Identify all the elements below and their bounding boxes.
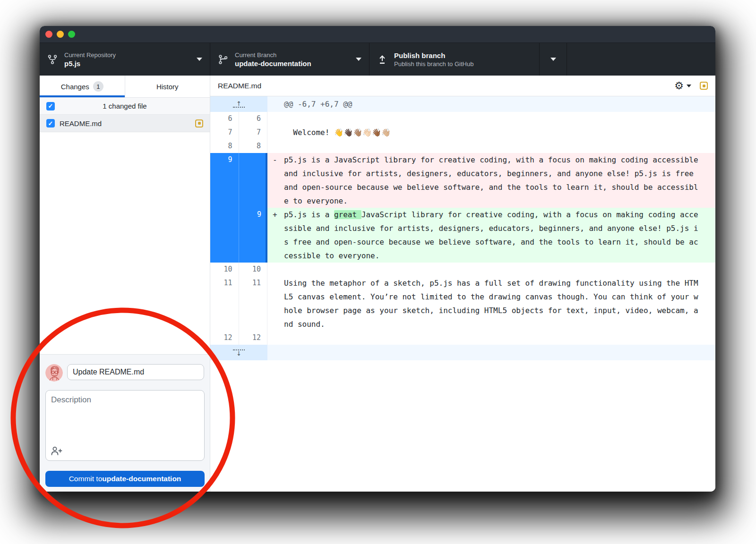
tab-changes[interactable]: Changes 1 <box>40 76 125 97</box>
avatar <box>45 364 63 382</box>
text-segment: p5.js is a <box>284 210 334 219</box>
line-number-gutter[interactable]: 9 <box>210 208 267 263</box>
chevron-down-icon <box>356 58 361 61</box>
diff-header: README.md ⚙ <box>210 76 715 96</box>
tab-changes-label: Changes <box>61 83 89 91</box>
diff-rows: ↑@@ -6,7 +6,7 @@6677 Welcome! 👋👋🏿👋🏽👋🏻👋🏾👋… <box>210 96 715 360</box>
new-line-number: 10 <box>239 263 268 276</box>
diff-text-line: e to everyone. <box>284 194 715 208</box>
line-number-gutter: 88 <box>210 139 267 153</box>
diff-row: 1010 <box>210 263 715 276</box>
close-button[interactable] <box>45 31 52 38</box>
line-number-gutter[interactable]: 9 <box>210 153 267 208</box>
arrow-glyph: ↓ <box>236 351 241 356</box>
new-line-number: 9 <box>239 208 268 263</box>
add-coauthor-icon[interactable] <box>51 446 62 457</box>
diff-line-content <box>267 263 715 276</box>
diff-line-content: +p5.js is a great JavaScript library for… <box>267 208 715 263</box>
plus-sign: + <box>273 208 277 221</box>
hunk-header-row: ↑@@ -6,7 +6,7 @@ <box>210 96 715 112</box>
hunk-header-text: @@ -6,7 +6,7 @@ <box>267 96 715 112</box>
old-line-number: 8 <box>210 139 239 153</box>
old-line-number: 12 <box>210 331 239 345</box>
publish-title: Publish branch <box>394 51 532 60</box>
diff-text-line: cessible to everyone. <box>284 249 715 263</box>
diff-pane: README.md ⚙ ↑@@ -6,7 +6,7 @@6677 Welcome… <box>210 76 715 492</box>
diff-text-line: Welcome! 👋👋🏿👋🏽👋🏻👋🏾👋🏼 <box>284 126 715 139</box>
expand-up-button[interactable]: ↑ <box>210 96 267 112</box>
diff-text-line <box>284 331 715 345</box>
line-number-gutter: 66 <box>210 112 267 126</box>
branch-icon <box>218 54 228 65</box>
zoom-button[interactable] <box>68 31 75 38</box>
text-segment: JavaScript library for creative coding, … <box>361 210 698 219</box>
diff-text-line: nd sound. <box>284 317 715 331</box>
publish-options-button[interactable] <box>540 43 567 76</box>
file-name: README.md <box>60 119 190 128</box>
commit-description-input[interactable] <box>45 390 205 461</box>
line-number-gutter: 77 <box>210 126 267 139</box>
publish-branch-button[interactable]: Publish branch Publish this branch to Gi… <box>369 43 540 76</box>
expand-down-row: ↓ <box>210 345 715 360</box>
diff-row: 1111Using the metaphor of a sketch, p5.j… <box>210 276 715 331</box>
tab-history-label: History <box>156 83 179 91</box>
current-branch-button[interactable]: Current Branch update-documentation <box>210 43 369 76</box>
commit-button-branch: update-documentation <box>102 475 181 483</box>
expand-down-icon: ↓ <box>233 349 245 356</box>
old-line-number: 7 <box>210 126 239 139</box>
diff-row: 1212 <box>210 331 715 345</box>
diff-text-line: and inclusive for artists, designers, ed… <box>284 167 715 180</box>
commit-button-prefix: Commit to <box>69 475 103 483</box>
current-repository-button[interactable]: Current Repository p5.js <box>40 43 210 76</box>
chevron-down-icon <box>197 58 202 61</box>
repo-fork-icon <box>47 54 58 65</box>
new-line-number: 8 <box>239 139 268 153</box>
diff-text-line <box>284 112 715 126</box>
publish-upload-icon <box>377 54 387 65</box>
new-line-number: 7 <box>239 126 268 139</box>
changes-count-badge: 1 <box>93 81 103 92</box>
repository-label: Current Repository <box>64 51 197 59</box>
sidebar: Changes 1 History 1 changed file README.… <box>40 76 210 492</box>
line-number-gutter: 1010 <box>210 263 267 276</box>
added-word-highlight: great <box>334 210 361 219</box>
minimize-button[interactable] <box>57 31 64 38</box>
changed-files-summary-row[interactable]: 1 changed file <box>40 98 210 115</box>
file-row[interactable]: README.md <box>40 115 210 132</box>
diff-options-button[interactable]: ⚙ <box>674 81 691 91</box>
sidebar-tabs: Changes 1 History <box>40 76 210 98</box>
diff-line-content: -p5.js is a JavaScript library for creat… <box>267 153 715 208</box>
diff-file-name: README.md <box>218 82 674 90</box>
diff-text-line: p5.js is a JavaScript library for creati… <box>284 153 715 167</box>
publish-subtitle: Publish this branch to GitHub <box>394 60 532 68</box>
repository-name: p5.js <box>64 60 197 68</box>
toolbar-empty-area <box>567 43 715 76</box>
diff-line-content: Welcome! 👋👋🏿👋🏽👋🏻👋🏾👋🏼 <box>267 126 715 139</box>
diff-text-line: L5 canvas element. You’re not limited to… <box>284 290 715 304</box>
commit-summary-input[interactable] <box>67 364 204 380</box>
diff-text-line: and open-source because we believe softw… <box>284 180 715 194</box>
old-line-number: 11 <box>210 276 239 331</box>
app-window: Current Repository p5.js Current Branch … <box>40 26 715 492</box>
diff-line-content <box>267 139 715 153</box>
new-line-number: 6 <box>239 112 268 126</box>
diff-row: 88 <box>210 139 715 153</box>
main-content: Changes 1 History 1 changed file README.… <box>40 76 715 492</box>
branch-name: update-documentation <box>235 60 356 68</box>
diff-text-line: hole browser page as your sketch, includ… <box>284 304 715 317</box>
file-checkbox[interactable] <box>46 119 55 128</box>
tab-history[interactable]: History <box>125 76 210 97</box>
diff-text-line: Using the metaphor of a sketch, p5.js ha… <box>284 276 715 290</box>
commit-button[interactable]: Commit to update-documentation <box>45 471 205 487</box>
gear-icon: ⚙ <box>674 81 684 91</box>
include-all-checkbox[interactable] <box>46 102 55 110</box>
old-line-number <box>210 208 239 263</box>
diff-row: 9+p5.js is a great JavaScript library fo… <box>210 208 715 263</box>
diff-text-line <box>284 139 715 153</box>
diff-text-line: s free and open-source because we believ… <box>284 235 715 249</box>
old-line-number: 6 <box>210 112 239 126</box>
arrow-glyph: ↑ <box>236 101 241 106</box>
branch-label: Current Branch <box>235 51 356 59</box>
expand-down-button[interactable]: ↓ <box>210 345 267 360</box>
chevron-down-icon <box>550 58 556 61</box>
